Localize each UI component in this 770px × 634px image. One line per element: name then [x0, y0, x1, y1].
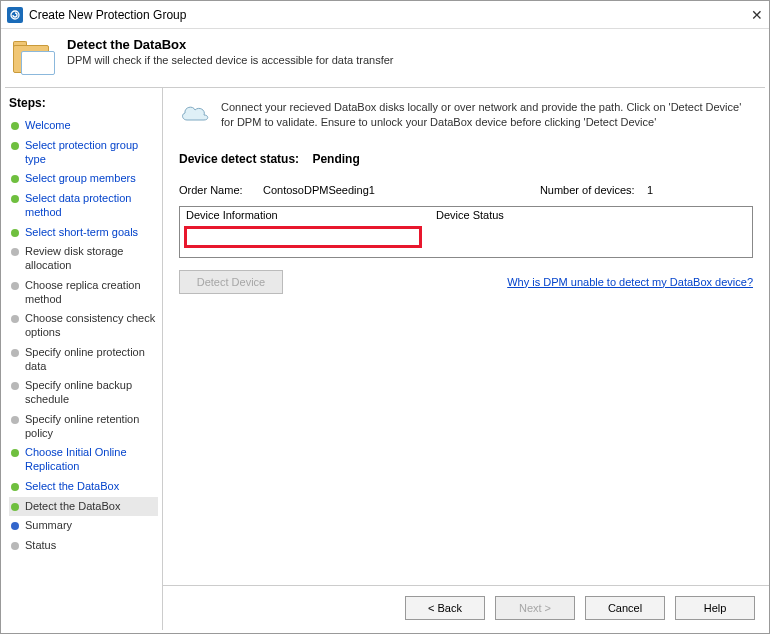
back-button[interactable]: < Back: [405, 596, 485, 620]
step-item[interactable]: Select group members: [9, 169, 158, 189]
step-bullet-icon: [11, 122, 19, 130]
step-bullet-icon: [11, 503, 19, 511]
folder-icon: [13, 41, 57, 77]
step-bullet-icon: [11, 349, 19, 357]
help-button[interactable]: Help: [675, 596, 755, 620]
cancel-button[interactable]: Cancel: [585, 596, 665, 620]
app-icon: [7, 7, 23, 23]
step-item: Specify online protection data: [9, 343, 158, 377]
content-pane: Connect your recieved DataBox disks loca…: [163, 88, 769, 630]
order-name-label: Order Name:: [179, 184, 251, 196]
next-button[interactable]: Next >: [495, 596, 575, 620]
step-item[interactable]: Select protection group type: [9, 136, 158, 170]
window-title: Create New Protection Group: [29, 8, 723, 22]
step-label: Specify online protection data: [25, 346, 156, 374]
step-item: Specify online retention policy: [9, 410, 158, 444]
page-title: Detect the DataBox: [67, 37, 393, 52]
step-label: Select the DataBox: [25, 480, 119, 494]
detect-device-button[interactable]: Detect Device: [179, 270, 283, 294]
page-subtitle: DPM will check if the selected device is…: [67, 54, 393, 66]
wizard-header: Detect the DataBox DPM will check if the…: [1, 29, 769, 87]
info-text: Connect your recieved DataBox disks loca…: [221, 100, 753, 130]
step-bullet-icon: [11, 449, 19, 457]
device-path-input[interactable]: [184, 226, 422, 248]
svg-point-0: [11, 11, 19, 19]
titlebar: Create New Protection Group ✕: [1, 1, 769, 29]
step-bullet-icon: [11, 282, 19, 290]
step-item: Summary: [9, 516, 158, 536]
num-devices-value: 1: [647, 184, 653, 196]
step-label: Review disk storage allocation: [25, 245, 156, 273]
step-label: Select data protection method: [25, 192, 156, 220]
col-device-information: Device Information: [186, 209, 436, 221]
cloud-icon: [179, 102, 211, 124]
step-label: Specify online backup schedule: [25, 379, 156, 407]
step-label: Choose replica creation method: [25, 279, 156, 307]
step-label: Select short-term goals: [25, 226, 138, 240]
col-device-status: Device Status: [436, 209, 746, 221]
step-item: Choose consistency check options: [9, 309, 158, 343]
steps-heading: Steps:: [9, 96, 158, 110]
step-item[interactable]: Select short-term goals: [9, 223, 158, 243]
step-bullet-icon: [11, 175, 19, 183]
step-item[interactable]: Choose Initial Online Replication: [9, 443, 158, 477]
device-info-box: Device Information Device Status: [179, 206, 753, 258]
order-name-value: ContosoDPMSeeding1: [263, 184, 423, 196]
step-label: Detect the DataBox: [25, 500, 120, 514]
step-item: Detect the DataBox: [9, 497, 158, 517]
step-item: Status: [9, 536, 158, 556]
close-icon[interactable]: ✕: [723, 7, 763, 23]
step-item: Choose replica creation method: [9, 276, 158, 310]
step-label: Status: [25, 539, 56, 553]
step-item[interactable]: Select the DataBox: [9, 477, 158, 497]
status-label: Device detect status:: [179, 152, 299, 166]
step-bullet-icon: [11, 542, 19, 550]
step-bullet-icon: [11, 248, 19, 256]
step-label: Choose Initial Online Replication: [25, 446, 156, 474]
step-item[interactable]: Select data protection method: [9, 189, 158, 223]
step-bullet-icon: [11, 195, 19, 203]
step-bullet-icon: [11, 416, 19, 424]
step-bullet-icon: [11, 382, 19, 390]
step-label: Summary: [25, 519, 72, 533]
step-bullet-icon: [11, 142, 19, 150]
step-bullet-icon: [11, 229, 19, 237]
step-label: Welcome: [25, 119, 71, 133]
status-line: Device detect status: Pending: [179, 152, 753, 166]
step-label: Select protection group type: [25, 139, 156, 167]
step-label: Select group members: [25, 172, 136, 186]
step-item: Review disk storage allocation: [9, 242, 158, 276]
step-item: Specify online backup schedule: [9, 376, 158, 410]
step-label: Choose consistency check options: [25, 312, 156, 340]
step-item[interactable]: Welcome: [9, 116, 158, 136]
num-devices-label: Number of devices:: [540, 184, 635, 196]
step-label: Specify online retention policy: [25, 413, 156, 441]
step-bullet-icon: [11, 522, 19, 530]
step-bullet-icon: [11, 315, 19, 323]
step-bullet-icon: [11, 483, 19, 491]
detect-help-link[interactable]: Why is DPM unable to detect my DataBox d…: [507, 276, 753, 288]
steps-sidebar: Steps: WelcomeSelect protection group ty…: [1, 88, 163, 630]
wizard-footer: < Back Next > Cancel Help: [163, 585, 769, 630]
status-value: Pending: [312, 152, 359, 166]
